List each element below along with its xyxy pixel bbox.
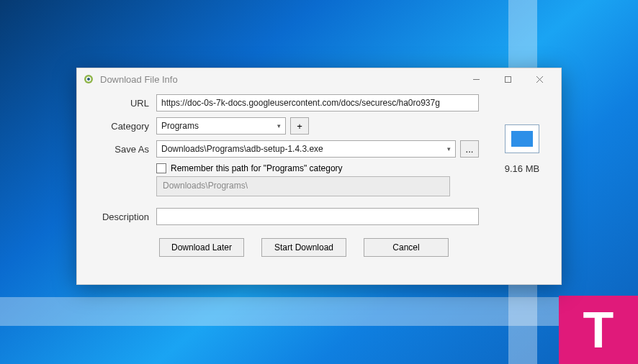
category-selected-text: Programs [161,121,199,131]
svg-rect-4 [505,76,511,82]
maximize-button[interactable] [492,68,524,90]
browse-button[interactable]: ... [460,140,479,158]
chevron-down-icon: ▾ [277,122,281,129]
description-label: Description [77,211,156,222]
dialog-download-file-info: Download File Info URL Category Programs… [76,68,562,285]
add-category-button[interactable]: + [290,117,309,135]
window-title: Download File Info [100,74,460,85]
cancel-button[interactable]: Cancel [364,238,449,257]
download-later-button[interactable]: Download Later [159,238,244,257]
titlebar: Download File Info [77,68,561,90]
category-select[interactable]: Programs ▾ [156,117,286,135]
svg-point-2 [87,78,90,81]
saveas-label: Save As [77,144,156,155]
file-type-icon [505,124,539,153]
description-input[interactable] [156,208,479,225]
saveas-path-text: Downloads\Programs\adb-setup-1.4.3.exe [161,144,323,154]
url-label: URL [77,98,156,109]
file-size-text: 9.16 MB [505,163,539,174]
close-button[interactable] [524,68,555,90]
base-path-readonly: Downloads\Programs\ [156,176,450,196]
chevron-down-icon: ▾ [447,145,451,153]
category-label: Category [77,121,156,132]
start-download-button[interactable]: Start Download [261,238,346,257]
saveas-path-combo[interactable]: Downloads\Programs\adb-setup-1.4.3.exe ▾ [156,140,456,158]
remember-path-label: Remember this path for "Programs" catego… [171,163,343,173]
app-icon [83,73,94,85]
remember-path-checkbox[interactable] [156,163,166,173]
watermark-logo: T [559,296,638,364]
minimize-button[interactable] [460,68,492,90]
url-input[interactable] [156,94,479,112]
